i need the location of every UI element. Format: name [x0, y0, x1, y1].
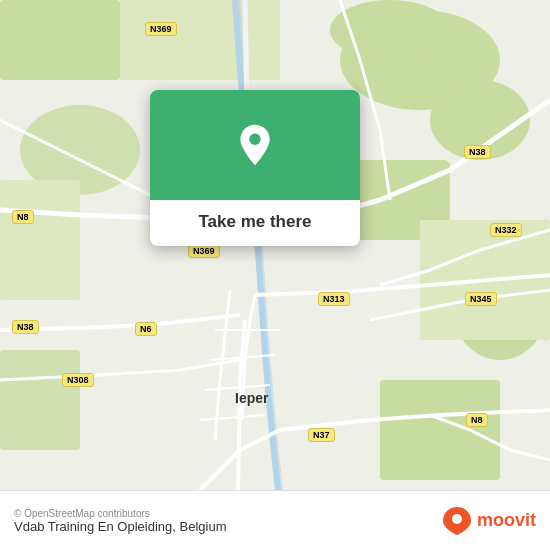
osm-credit: © OpenStreetMap contributors [14, 508, 226, 519]
svg-rect-8 [0, 350, 80, 450]
road-label-n37: N37 [308, 428, 335, 442]
road-label-n369-mid: N369 [188, 244, 220, 258]
popup-card: Take me there [150, 90, 360, 246]
road-label-n8-bottom: N8 [466, 413, 488, 427]
place-name: Vdab Training En Opleiding, Belgium [14, 519, 226, 534]
map-container: N369 N38 N8 N369 N313 N38 N6 N345 N332 N… [0, 0, 550, 490]
road-label-n313: N313 [318, 292, 350, 306]
svg-point-3 [330, 0, 450, 60]
road-label-n38-right: N38 [464, 145, 491, 159]
road-label-n38-bottom: N38 [12, 320, 39, 334]
road-label-n345: N345 [465, 292, 497, 306]
info-bar: © OpenStreetMap contributors Vdab Traini… [0, 490, 550, 550]
svg-rect-11 [0, 180, 80, 300]
svg-point-14 [452, 514, 462, 524]
moovit-logo: moovit [441, 505, 536, 537]
moovit-text: moovit [477, 510, 536, 531]
svg-rect-9 [380, 380, 500, 480]
info-left: © OpenStreetMap contributors Vdab Traini… [14, 508, 226, 534]
road-label-n8-left: N8 [12, 210, 34, 224]
moovit-logo-icon [441, 505, 473, 537]
svg-point-13 [249, 134, 260, 145]
location-pin-icon [233, 123, 277, 167]
take-me-there-button[interactable]: Take me there [166, 212, 344, 232]
svg-rect-10 [120, 0, 280, 80]
svg-rect-4 [0, 0, 120, 80]
road-label-n332: N332 [490, 223, 522, 237]
road-label-n6: N6 [135, 322, 157, 336]
popup-header [150, 90, 360, 200]
road-label-n369-top: N369 [145, 22, 177, 36]
popup-body: Take me there [150, 200, 360, 246]
road-label-n308: N308 [62, 373, 94, 387]
